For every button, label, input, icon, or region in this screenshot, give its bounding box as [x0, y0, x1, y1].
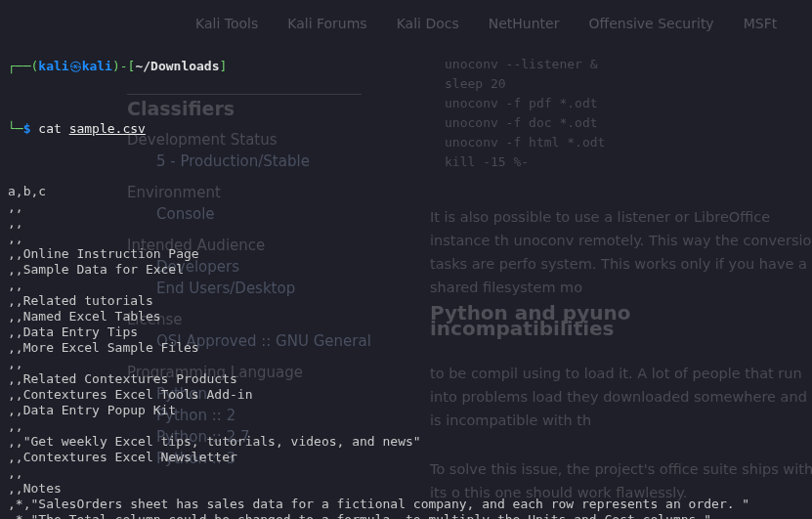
- output-line: ,,: [8, 418, 804, 434]
- prompt-corner2: └─: [8, 121, 23, 136]
- prompt-host: kali: [82, 59, 112, 73]
- prompt-dash: -: [120, 59, 128, 73]
- output-line: ,*,"The Total column could be changed to…: [8, 512, 804, 519]
- output-line: ,,: [8, 356, 804, 371]
- output-line: ,,Related Contextures Products: [8, 371, 804, 387]
- output-line: ,,: [8, 231, 804, 246]
- output-line: ,,Sample Data for Excel: [8, 262, 804, 278]
- terminal-output: a,b,c,,,,,,,,Online Instruction Page,,Sa…: [8, 184, 804, 519]
- prompt-user: kali: [38, 59, 68, 73]
- prompt-rparen: ): [112, 59, 120, 73]
- output-line: ,,Notes: [8, 481, 804, 497]
- output-line: ,,Related tutorials: [8, 293, 804, 309]
- prompt-line-2: └─$ cat sample.csv: [8, 121, 804, 137]
- output-line: ,,More Excel Sample Files: [8, 340, 804, 356]
- output-line: ,,Online Instruction Page: [8, 246, 804, 262]
- output-line: ,,Data Entry Popup Kit: [8, 403, 804, 418]
- output-line: a,b,c: [8, 184, 804, 199]
- terminal[interactable]: ┌──(kali㉿kali)-[~/Downloads] └─$ cat sam…: [0, 0, 812, 519]
- prompt-line-1: ┌──(kali㉿kali)-[~/Downloads]: [8, 59, 804, 74]
- output-line: ,,: [8, 199, 804, 215]
- prompt-rbrack: ]: [220, 59, 228, 73]
- output-line: ,,: [8, 215, 804, 231]
- prompt-path: ~/Downloads: [135, 59, 219, 73]
- command: cat: [38, 121, 61, 136]
- output-line: ,,: [8, 465, 804, 481]
- output-line: ,,Named Excel Tables: [8, 309, 804, 324]
- prompt-sigil: $: [23, 121, 39, 136]
- output-line: ,,Contextures Excel Tools Add-in: [8, 387, 804, 403]
- output-line: ,,Contextures Excel Newsletter: [8, 450, 804, 465]
- output-line: ,,Data Entry Tips: [8, 324, 804, 340]
- prompt-at-icon: ㉿: [69, 59, 82, 73]
- prompt-corner: ┌──(: [8, 59, 38, 73]
- command-arg: sample.csv: [69, 121, 146, 136]
- output-line: ,,: [8, 278, 804, 293]
- output-line: ,,"Get weekly Excel tips, tutorials, vid…: [8, 434, 804, 450]
- output-line: ,*,"SalesOrders sheet has sales data for…: [8, 497, 804, 512]
